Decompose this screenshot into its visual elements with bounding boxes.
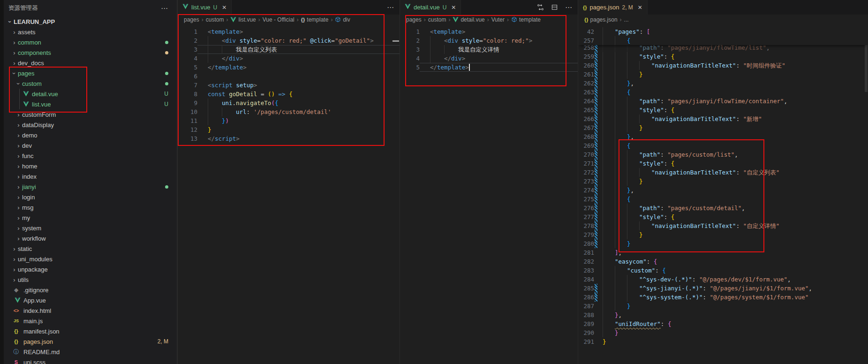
code-text[interactable]: "^sys-jianyi-(.*)": "@/pages/jianyi/$1/f… (597, 284, 868, 293)
tree-item-dataDisplay[interactable]: ›dataDisplay (4, 120, 177, 130)
close-icon[interactable]: ✕ (638, 4, 642, 11)
git-status-badge: U (164, 101, 168, 107)
activity-bar-edge (0, 0, 4, 364)
line-number: 265 (578, 106, 594, 114)
breadcrumb-item-pages.json[interactable]: {}pages.json (584, 16, 618, 23)
code-line-267: 267} (578, 123, 868, 132)
code-line-283: 283"custom": { (578, 266, 868, 275)
tree-item-manifest.json[interactable]: {}manifest.json (4, 326, 177, 336)
tab-pages-json[interactable]: {} pages.json 2, M ✕ (578, 0, 648, 15)
tree-item-jianyi[interactable]: ›jianyi (4, 182, 177, 192)
code-text[interactable]: "easycom": { (597, 257, 868, 266)
code-text[interactable]: "custom": { (597, 266, 868, 275)
code-text[interactable]: "style": { (597, 52, 868, 61)
tree-item-label: jianyi (22, 183, 36, 190)
tree-item-uni_modules[interactable]: ›uni_modules (4, 254, 177, 264)
code-line-263: 263{ (578, 88, 868, 97)
open-changes-icon[interactable] (537, 4, 544, 11)
code-text[interactable]: } (597, 337, 868, 346)
code-text[interactable]: "uniIdRouter": { (597, 319, 868, 328)
tree-item-dev[interactable]: ›dev (4, 140, 177, 151)
code-text[interactable]: "^sys-dev-(.*)": "@/pages/dev/$1/form.vu… (597, 275, 868, 284)
tree-item-static[interactable]: ›static (4, 243, 177, 254)
more-actions-icon[interactable]: ⋯ (565, 3, 572, 12)
close-icon[interactable]: ✕ (222, 4, 226, 11)
line-number: 274 (578, 186, 594, 195)
code-line-284: 284"^sys-dev-(.*)": "@/pages/dev/$1/form… (578, 275, 868, 284)
editor-group-detail: detail.vue U ✕ ⋯ pages›cust (400, 0, 578, 364)
tree-item-label: index (22, 173, 37, 180)
tree-item-README.md[interactable]: ⓘREADME.md (4, 347, 177, 357)
chevron-right-icon: › (11, 39, 18, 46)
chevron-right-icon: › (15, 163, 22, 170)
code-text[interactable]: } (597, 70, 868, 79)
tree-item-App.vue[interactable]: App.vue (4, 295, 177, 305)
line-number: 280 (578, 239, 594, 248)
tree-item-login[interactable]: ›login (4, 192, 177, 202)
tree-item-components[interactable]: ›components (4, 47, 177, 58)
code-text[interactable]: }, (597, 79, 868, 88)
tree-item-index.html[interactable]: <>index.html (4, 305, 177, 316)
tree-item-func[interactable]: ›func (4, 151, 177, 161)
tree-item-main.js[interactable]: JSmain.js (4, 316, 177, 326)
tree-item-assets[interactable]: ›assets (4, 27, 177, 37)
tree-item-label: components (18, 49, 51, 56)
code-text[interactable]: "navigationBarTitleText": "新增" (597, 114, 868, 123)
code-text[interactable]: "^sys-system-(.*)": "@/pages/system/$1/f… (597, 293, 868, 302)
tree-item-index[interactable]: ›index (4, 171, 177, 182)
line-number: 272 (578, 168, 594, 177)
code-text[interactable]: } (597, 302, 868, 311)
git-change-dot (165, 72, 168, 75)
code-text[interactable]: { (597, 88, 868, 97)
chevron-right-icon: › (11, 49, 18, 56)
tree-item-home[interactable]: ›home (4, 161, 177, 171)
tree-item-common[interactable]: ›common (4, 37, 177, 47)
tree-item-label: demo (22, 132, 38, 139)
more-actions-icon[interactable]: ⋯ (387, 3, 394, 12)
tree-item-uni.scss[interactable]: Suni.scss (4, 357, 177, 364)
code-text[interactable]: } (597, 328, 868, 337)
tree-item-label: system (22, 225, 41, 232)
code-line-286: 286"^sys-system-(.*)": "@/pages/system/$… (578, 293, 868, 302)
tree-item-pages.json[interactable]: {}pages.json2, M (4, 336, 177, 347)
tree-item-.gitignore[interactable]: ◆.gitignore (4, 285, 177, 295)
line-number: 285 (578, 284, 594, 293)
code-line-265: 265"style": { (578, 106, 868, 114)
line-number: 262 (578, 79, 594, 88)
tab-bar-3: {} pages.json 2, M ✕ (578, 0, 868, 15)
vue-icon (182, 4, 189, 11)
tree-item-my[interactable]: ›my (4, 212, 177, 223)
tree-item-demo[interactable]: ›demo (4, 130, 177, 140)
breadcrumb-item-...[interactable]: ... (624, 16, 629, 23)
line-number: 266 (578, 114, 594, 123)
tab-list-vue[interactable]: list.vue U ✕ (178, 0, 232, 15)
tree-item-label: App.vue (23, 297, 46, 304)
git-status-badge: U (443, 4, 447, 11)
code-text[interactable]: "path": "pages/jianyi/flowTime/container… (597, 97, 868, 106)
code-text[interactable]: "pages": [ (597, 27, 868, 36)
close-icon[interactable]: ✕ (451, 4, 456, 11)
code-text[interactable]: { (597, 36, 868, 45)
code-text[interactable]: "style": { (597, 106, 868, 114)
tree-item-label: func (22, 152, 34, 159)
tree-item-unpackage[interactable]: ›unpackage (4, 264, 177, 274)
tab-detail-vue[interactable]: detail.vue U ✕ (400, 0, 461, 15)
tree-item-LEARUN_APP[interactable]: ›LEARUN_APP (4, 16, 177, 27)
code-text[interactable]: "navigationBarTitleText": "时间组件验证" (597, 61, 868, 70)
tree-item-utils[interactable]: ›utils (4, 274, 177, 285)
tree-item-workflow[interactable]: ›workflow (4, 233, 177, 243)
tree-item-label: pages.json (23, 338, 53, 345)
file-icon-js: JS (14, 318, 21, 323)
chevron-right-icon: › (15, 121, 22, 129)
chevron-right-icon: › (15, 225, 22, 232)
line-number: 42 (578, 27, 594, 36)
code-line-259: 259"style": { (578, 52, 868, 61)
more-actions-icon[interactable]: ⋯ (161, 4, 168, 13)
tree-item-system[interactable]: ›system (4, 223, 177, 233)
split-editor-icon[interactable] (551, 4, 558, 11)
braces-icon: {} (584, 17, 589, 23)
code-text[interactable]: }, (597, 311, 868, 319)
annotation-box-detail-code (405, 15, 566, 86)
tree-item-msg[interactable]: ›msg (4, 202, 177, 212)
code-text[interactable]: } (597, 123, 868, 132)
